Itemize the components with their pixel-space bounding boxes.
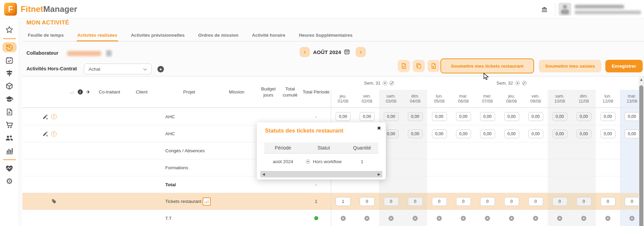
day-input[interactable]	[552, 112, 567, 121]
hors-contrat-select[interactable]: Achat	[84, 64, 152, 74]
warning-icon[interactable]: !	[51, 131, 57, 137]
day-input[interactable]	[432, 112, 447, 121]
day-input[interactable]	[528, 197, 543, 206]
day-input[interactable]	[504, 112, 519, 121]
add-entry-button[interactable]: +	[557, 216, 562, 221]
popup-horizontal-scrollbar[interactable]: ◀ ▶	[260, 171, 382, 177]
add-entry-button[interactable]: +	[605, 216, 610, 221]
add-entry-button[interactable]: +	[341, 216, 346, 221]
day-input[interactable]	[504, 197, 519, 206]
day-input[interactable]	[384, 197, 399, 206]
tag-icon[interactable]	[51, 198, 57, 204]
day-input[interactable]	[360, 112, 375, 121]
add-entry-button[interactable]: +	[437, 216, 442, 221]
sidebar-item-document[interactable]	[2, 107, 17, 117]
bank-icon[interactable]	[541, 6, 548, 13]
day-input[interactable]	[625, 112, 640, 121]
submit-saisies-button[interactable]: Soumettre mes saisies	[539, 60, 601, 72]
day-input[interactable]	[408, 129, 423, 138]
week-target-icon[interactable]	[515, 81, 520, 85]
avatar[interactable]	[558, 3, 571, 16]
scroll-right-icon[interactable]: ▶	[378, 172, 380, 176]
day-input[interactable]	[456, 112, 471, 121]
plane-icon[interactable]: ✈	[86, 89, 91, 95]
add-entry-button[interactable]: +	[629, 216, 634, 221]
day-input[interactable]	[456, 197, 471, 206]
day-input[interactable]	[456, 129, 471, 138]
close-icon[interactable]: ✖	[377, 125, 381, 131]
duplicate-icon[interactable]	[413, 60, 425, 72]
tab-activit-s-pr-visionnelles[interactable]: Activités prévisionnelles	[130, 33, 185, 41]
add-entry-button[interactable]: +	[461, 216, 466, 221]
previous-month-button[interactable]: ‹	[300, 47, 310, 57]
day-input[interactable]	[576, 129, 591, 138]
week-target-icon[interactable]	[383, 81, 387, 85]
day-input[interactable]	[528, 129, 543, 138]
calendar-icon[interactable]	[344, 49, 350, 55]
sidebar-item-calendar-check[interactable]	[2, 55, 17, 65]
day-input[interactable]	[552, 129, 567, 138]
day-input[interactable]	[504, 129, 519, 138]
app-logo[interactable]: F FitnetManager	[4, 3, 77, 16]
tab-heures-suppl-mentaires[interactable]: Heures Supplémentaires	[298, 33, 353, 41]
day-input[interactable]	[480, 129, 495, 138]
day-input[interactable]	[576, 112, 591, 121]
sidebar-item-package[interactable]	[2, 81, 17, 91]
sidebar-item-history[interactable]	[2, 42, 17, 52]
sidebar-item-heart-pulse[interactable]	[2, 163, 17, 173]
sidebar-item-bar-chart[interactable]	[2, 145, 17, 156]
day-input[interactable]	[384, 129, 399, 138]
day-input[interactable]	[408, 112, 423, 121]
excel-export-icon[interactable]	[428, 60, 440, 72]
sidebar-item-cart[interactable]	[2, 120, 17, 130]
day-input[interactable]	[576, 197, 591, 206]
day-input[interactable]	[408, 197, 423, 206]
day-input[interactable]	[480, 197, 495, 206]
sidebar-item-signpost[interactable]	[2, 68, 17, 78]
scroll-left-icon[interactable]: ◀	[262, 172, 265, 176]
week-block-icon[interactable]	[522, 81, 527, 85]
save-button[interactable]: Enregistrer	[605, 60, 643, 72]
sidebar-item-users[interactable]	[2, 133, 17, 143]
week-block-icon[interactable]	[390, 81, 394, 85]
add-activity-button[interactable]: +	[157, 66, 164, 72]
tab-activit-s-r-alis-es[interactable]: Activités réalisées	[77, 33, 118, 41]
add-entry-button[interactable]: +	[364, 216, 370, 221]
sidebar-item-star[interactable]	[2, 24, 17, 35]
day-input[interactable]	[528, 112, 543, 121]
add-entry-button[interactable]: +	[509, 216, 514, 221]
day-input[interactable]	[432, 129, 447, 138]
scroll-up-icon[interactable]: ▲	[639, 78, 644, 81]
tab-feuille-de-temps[interactable]: Feuille de temps	[27, 33, 64, 41]
pdf-export-icon[interactable]	[398, 60, 410, 72]
day-input[interactable]	[601, 112, 615, 121]
day-input[interactable]	[625, 129, 640, 138]
add-entry-button[interactable]: +	[581, 216, 586, 221]
sidebar-item-gear[interactable]: ⚙	[2, 176, 17, 186]
day-input[interactable]	[336, 112, 351, 121]
scrollbar-thumb[interactable]	[639, 85, 643, 226]
day-input[interactable]	[601, 129, 615, 138]
pencil-plus-icon[interactable]	[42, 131, 48, 137]
day-input[interactable]	[552, 197, 567, 206]
tab-activit-horaire[interactable]: Activité horaire	[251, 33, 286, 41]
day-input[interactable]	[360, 197, 375, 206]
pencil-plus-icon[interactable]	[42, 114, 48, 120]
add-entry-button[interactable]: +	[533, 216, 538, 221]
day-input[interactable]	[601, 197, 615, 206]
warning-icon[interactable]: !	[51, 114, 57, 119]
mini-chart-icon[interactable]	[203, 197, 211, 206]
next-month-button[interactable]: ›	[356, 47, 366, 57]
tab-ordres-de-mission[interactable]: Ordres de mission	[197, 33, 239, 41]
sidebar-item-graduation-cap[interactable]	[2, 94, 17, 104]
add-entry-button[interactable]: +	[389, 216, 394, 221]
vertical-scrollbar[interactable]: ▲	[639, 76, 644, 226]
day-input[interactable]	[432, 197, 447, 206]
dot-chart-icon[interactable]	[69, 89, 74, 94]
add-entry-button[interactable]: +	[485, 216, 490, 221]
add-entry-button[interactable]: +	[413, 216, 418, 221]
day-input[interactable]	[336, 197, 351, 206]
day-input[interactable]	[384, 112, 399, 121]
info-icon[interactable]: i	[78, 89, 83, 94]
day-input[interactable]	[480, 112, 495, 121]
